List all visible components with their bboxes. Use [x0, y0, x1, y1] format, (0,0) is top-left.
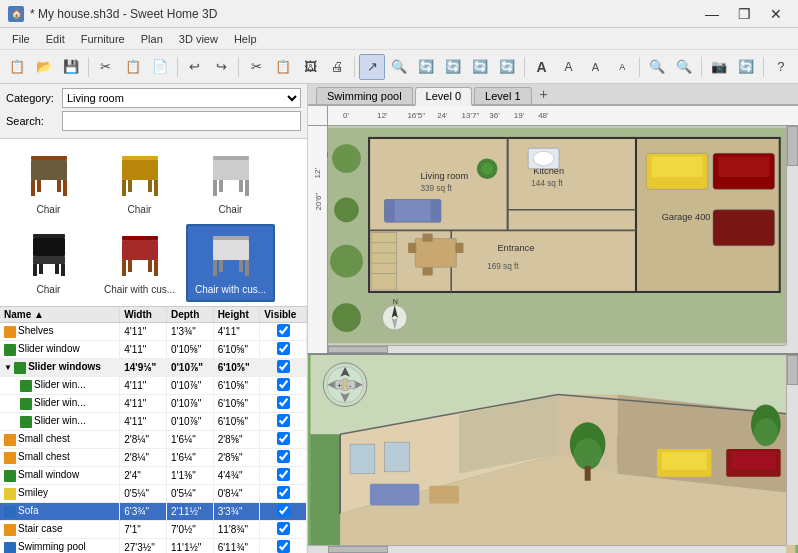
- horizontal-scrollbar[interactable]: [328, 345, 786, 353]
- text-button[interactable]: 🔄: [467, 54, 493, 80]
- tab-level0[interactable]: Level 0: [415, 87, 472, 106]
- furniture-item-6[interactable]: Chair with cus...: [186, 224, 275, 302]
- cell-visible[interactable]: [260, 377, 307, 395]
- menu-edit[interactable]: Edit: [38, 31, 73, 47]
- visible-checkbox[interactable]: [277, 432, 290, 445]
- tab-add-button[interactable]: +: [534, 84, 554, 104]
- menu-plan[interactable]: Plan: [133, 31, 171, 47]
- menu-file[interactable]: File: [4, 31, 38, 47]
- visible-checkbox[interactable]: [277, 540, 290, 553]
- textsize2-button[interactable]: A: [556, 54, 582, 80]
- cell-visible[interactable]: [260, 521, 307, 539]
- maximize-button[interactable]: ❒: [730, 4, 758, 24]
- tab-swimming-pool[interactable]: Swimming pool: [316, 87, 413, 104]
- table-row[interactable]: Slider win...4'11"0'10⅞"6'10⅝": [0, 413, 307, 431]
- compass-button[interactable]: 🔄: [494, 54, 520, 80]
- table-row[interactable]: Small window2'4"1'1⅜"4'4¾": [0, 467, 307, 485]
- minimize-button[interactable]: —: [698, 4, 726, 24]
- 3d-vertical-scrollbar[interactable]: [786, 355, 798, 545]
- furniture-item-4[interactable]: Chair: [4, 224, 93, 302]
- cell-visible[interactable]: [260, 503, 307, 521]
- furniture-item-1[interactable]: Chair: [4, 143, 93, 221]
- textsize4-button[interactable]: A: [609, 54, 635, 80]
- table-row[interactable]: ▼ Slider windows14'9⅛"0'10⅞"6'10⅝": [0, 359, 307, 377]
- save-button[interactable]: 💾: [58, 54, 84, 80]
- copy-button[interactable]: 📋: [120, 54, 146, 80]
- paste-button[interactable]: 📄: [147, 54, 173, 80]
- floor-plan[interactable]: 0' 12' 16'5" 24' 13'7" 36' 19' 48' 0' 12…: [308, 106, 798, 353]
- visible-checkbox[interactable]: [277, 360, 290, 373]
- table-row[interactable]: Slider window4'11"0'10⅝"6'10⅝": [0, 341, 307, 359]
- table-row[interactable]: Slider win...4'11"0'10⅞"6'10⅝": [0, 377, 307, 395]
- wall-button[interactable]: 🔄: [413, 54, 439, 80]
- redo-button[interactable]: ↪: [208, 54, 234, 80]
- export-button[interactable]: 🖼: [297, 54, 323, 80]
- visible-checkbox[interactable]: [277, 522, 290, 535]
- plan-canvas[interactable]: Living room 339 sq ft Kitchen 144 sq ft …: [328, 126, 790, 345]
- table-row[interactable]: Slider win...4'11"0'10⅞"6'10⅝": [0, 395, 307, 413]
- cut2-button[interactable]: ✂: [243, 54, 269, 80]
- undo-button[interactable]: ↩: [182, 54, 208, 80]
- table-row[interactable]: Sofa6'3¾"2'11½"3'3¾": [0, 503, 307, 521]
- window-controls[interactable]: — ❒ ✕: [698, 4, 790, 24]
- open-button[interactable]: 📂: [31, 54, 57, 80]
- textsize3-button[interactable]: A: [582, 54, 608, 80]
- room-button[interactable]: 🔄: [440, 54, 466, 80]
- cut-button[interactable]: ✂: [93, 54, 119, 80]
- 3d-view[interactable]: + -: [308, 353, 798, 553]
- furniture-item-5[interactable]: Chair with cus...: [95, 224, 184, 302]
- visible-checkbox[interactable]: [277, 468, 290, 481]
- menu-furniture[interactable]: Furniture: [73, 31, 133, 47]
- cell-visible[interactable]: [260, 323, 307, 341]
- textsize-button[interactable]: A: [529, 54, 555, 80]
- close-button[interactable]: ✕: [762, 4, 790, 24]
- table-row[interactable]: Smiley0'5¼"0'5¼"0'8¼": [0, 485, 307, 503]
- vertical-scrollbar[interactable]: [786, 126, 798, 345]
- search-input[interactable]: [62, 111, 301, 131]
- visible-checkbox[interactable]: [277, 396, 290, 409]
- visible-checkbox[interactable]: [277, 450, 290, 463]
- hscroll-thumb[interactable]: [328, 346, 388, 353]
- new-button[interactable]: 📋: [4, 54, 30, 80]
- visible-checkbox[interactable]: [277, 414, 290, 427]
- furniture-item-2[interactable]: Chair: [95, 143, 184, 221]
- pan-button[interactable]: 🔍: [386, 54, 412, 80]
- menu-help[interactable]: Help: [226, 31, 265, 47]
- 3d-button[interactable]: 🔄: [733, 54, 759, 80]
- table-row[interactable]: Small chest2'8¼"1'6¼"2'8⅝": [0, 449, 307, 467]
- cell-visible[interactable]: [260, 431, 307, 449]
- cell-visible[interactable]: [260, 467, 307, 485]
- 3d-hscroll-thumb[interactable]: [328, 546, 388, 553]
- camera-button[interactable]: 📷: [706, 54, 732, 80]
- visible-checkbox[interactable]: [277, 324, 290, 337]
- furniture-item-3[interactable]: Chair: [186, 143, 275, 221]
- select-button[interactable]: ↗: [359, 54, 385, 80]
- cell-visible[interactable]: [260, 539, 307, 554]
- table-row[interactable]: Swimming pool27'3½"11'1½"6'11¾": [0, 539, 307, 554]
- category-select[interactable]: Living room Bedroom Kitchen: [62, 88, 301, 108]
- tab-level1[interactable]: Level 1: [474, 87, 531, 104]
- col-visible: Visible: [260, 307, 307, 323]
- visible-checkbox[interactable]: [277, 342, 290, 355]
- visible-checkbox[interactable]: [277, 486, 290, 499]
- table-row[interactable]: Small chest2'8¼"1'6¼"2'8⅝": [0, 431, 307, 449]
- visible-checkbox[interactable]: [277, 504, 290, 517]
- help-button[interactable]: ?: [768, 54, 794, 80]
- table-row[interactable]: Stair case7'1"7'0½"11'8¾": [0, 521, 307, 539]
- zoomin-button[interactable]: 🔍: [644, 54, 670, 80]
- cell-visible[interactable]: [260, 413, 307, 431]
- zoomout-button[interactable]: 🔍: [671, 54, 697, 80]
- cell-visible[interactable]: [260, 449, 307, 467]
- copy2-button[interactable]: 📋: [270, 54, 296, 80]
- cell-visible[interactable]: [260, 341, 307, 359]
- cell-visible[interactable]: [260, 395, 307, 413]
- print-button[interactable]: 🖨: [324, 54, 350, 80]
- table-row[interactable]: Shelves4'11"1'3¾"4'11": [0, 323, 307, 341]
- visible-checkbox[interactable]: [277, 378, 290, 391]
- menu-3dview[interactable]: 3D view: [171, 31, 226, 47]
- vscroll-thumb[interactable]: [787, 126, 798, 166]
- cell-visible[interactable]: [260, 485, 307, 503]
- 3d-horizontal-scrollbar[interactable]: [308, 545, 786, 553]
- 3d-vscroll-thumb[interactable]: [787, 355, 798, 385]
- cell-visible[interactable]: [260, 359, 307, 377]
